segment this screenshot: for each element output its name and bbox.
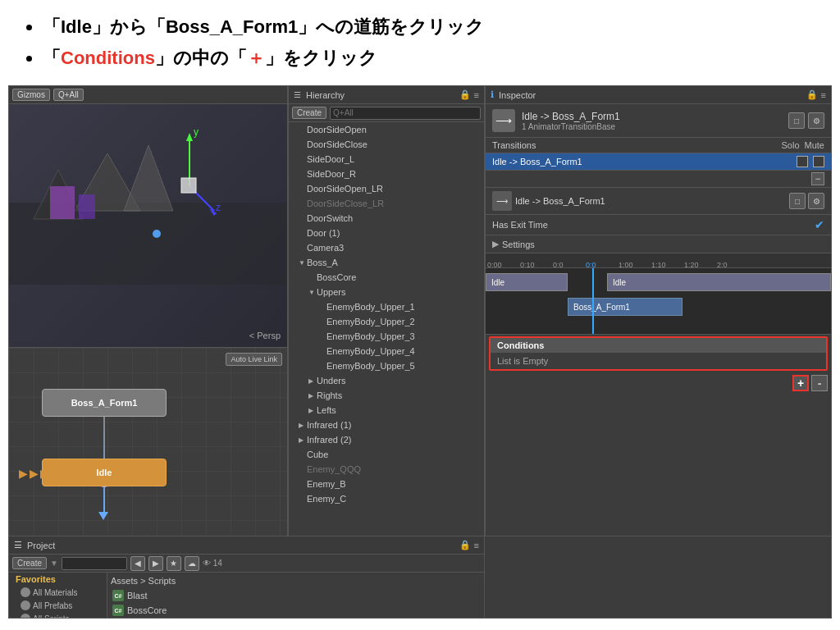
timeline-ruler: 0:00 0:10 0:0 0:0 1:00 1:10 1:20 2:0 xyxy=(486,253,831,268)
line2-prefix: 「 xyxy=(43,48,61,68)
hier-label: Cube xyxy=(307,450,328,459)
hier-item-doorswitch[interactable]: DoorSwitch xyxy=(289,211,484,226)
project-header: ☰ Project 🔒 ≡ xyxy=(9,536,484,555)
hier-item-enemy-c[interactable]: Enemy_C xyxy=(289,491,484,506)
boss-state-node[interactable]: Boss_A_Form1 xyxy=(42,389,167,417)
hier-label: EnemyBody_Upper_2 xyxy=(326,317,415,326)
fav-icon-prefabs xyxy=(21,600,30,610)
arrow-1: ▶ xyxy=(19,467,28,480)
arrow-3: ▶ xyxy=(40,467,49,480)
scene-svg: y z xyxy=(9,104,287,285)
hier-item-bosscore[interactable]: BossCore xyxy=(289,270,484,285)
hier-item-sidedoor-l[interactable]: SideDoor_L xyxy=(289,152,484,167)
all-button[interactable]: Q+All xyxy=(53,89,84,101)
breadcrumb-assets[interactable]: Assets xyxy=(111,576,138,586)
breadcrumb-scripts[interactable]: Scripts xyxy=(148,576,176,586)
boss-track-block: Boss_A_Form1 xyxy=(568,298,682,316)
hier-item-infrared1[interactable]: ▶ Infrared (1) xyxy=(289,418,484,432)
hierarchy-create-button[interactable]: Create xyxy=(292,107,326,119)
conditions-plus-button[interactable]: + xyxy=(792,375,809,391)
proj-btn-4[interactable]: ☁ xyxy=(185,556,199,571)
hier-item-unders[interactable]: ▶ Unders xyxy=(289,373,484,388)
conditions-minus-button[interactable]: - xyxy=(811,375,828,391)
detail-btn-2[interactable]: ⚙ xyxy=(808,193,824,209)
line2-suffix: 」の中の「 xyxy=(155,48,247,68)
timeline-scrubber[interactable] xyxy=(592,268,594,334)
mute-checkbox[interactable] xyxy=(813,156,824,167)
fav-item-materials[interactable]: All Materials xyxy=(9,586,107,599)
hierarchy-icon: ☰ xyxy=(294,90,301,99)
svg-marker-7 xyxy=(186,133,193,141)
fav-item-scripts[interactable]: All Scripts xyxy=(9,612,107,618)
project-search-input[interactable] xyxy=(62,557,127,570)
persp-label: < Persp xyxy=(249,331,281,340)
bottom-area: ☰ Project 🔒 ≡ Create ▼ ◀ ▶ ★ ☁ 👁 14 Favo… xyxy=(8,536,832,619)
hier-item-rights[interactable]: ▶ Rights xyxy=(289,388,484,403)
transition-minus-btn[interactable]: − xyxy=(811,172,824,185)
transition-row[interactable]: Idle -> Boss_A_Form1 xyxy=(486,153,831,171)
proj-btn-1[interactable]: ◀ xyxy=(130,556,145,571)
hier-item-sidedoor-r[interactable]: SideDoor_R xyxy=(289,167,484,181)
settings-row[interactable]: ▶ Settings xyxy=(486,235,831,253)
asset-item-bosscore[interactable]: C# BossCore xyxy=(111,604,481,617)
hier-label: DoorSideClose_LR xyxy=(307,199,384,208)
hier-label: Camera3 xyxy=(307,243,344,253)
hier-item-enemybody2[interactable]: EnemyBody_Upper_2 xyxy=(289,314,484,329)
idle-state-node[interactable]: Idle xyxy=(42,459,167,486)
detail-btn-1[interactable]: □ xyxy=(789,193,806,209)
hier-item-door1[interactable]: Door (1) xyxy=(289,226,484,240)
gizmos-button[interactable]: Gizmos xyxy=(12,89,50,101)
hier-item-enemybody4[interactable]: EnemyBody_Upper_4 xyxy=(289,344,484,358)
hier-item-enemy-b[interactable]: Enemy_B xyxy=(289,477,484,491)
hier-label: SideDoor_L xyxy=(307,154,354,164)
project-favorites: Favorites All Materials All Prefabs All … xyxy=(9,573,107,618)
connector-arrow xyxy=(98,512,108,520)
settings-label: Settings xyxy=(502,240,535,249)
project-menu-icon: ≡ xyxy=(474,541,479,550)
asset-item-blast[interactable]: C# Blast xyxy=(111,589,481,602)
hier-item-uppers[interactable]: ▼ Uppers xyxy=(289,285,484,299)
conditions-empty-label: List is Empty xyxy=(491,353,826,369)
transitions-label: Transitions xyxy=(492,140,536,150)
project-title: Project xyxy=(27,541,55,550)
has-exit-time-check[interactable]: ✔ xyxy=(815,218,824,231)
proj-btn-2[interactable]: ▶ xyxy=(148,556,163,571)
hierarchy-title: Hierarchy xyxy=(306,90,345,100)
hier-item-doorsideclose[interactable]: DoorSideClose xyxy=(289,137,484,152)
inspector-btn-2[interactable]: ⚙ xyxy=(808,112,824,129)
fav-item-prefabs[interactable]: All Prefabs xyxy=(9,599,107,612)
transition-row-label: Idle -> Boss_A_Form1 xyxy=(492,157,582,167)
timeline-tracks: Idle Idle Boss_A_Form1 xyxy=(486,268,831,334)
hier-label: DoorSideClose xyxy=(307,139,368,149)
idle-track-block-1: Idle xyxy=(486,273,568,291)
auto-live-link[interactable]: Auto Live Link xyxy=(226,353,282,366)
solo-checkbox[interactable] xyxy=(797,156,808,167)
inspector-btn-1[interactable]: □ xyxy=(788,112,805,129)
hier-item-enemybody5[interactable]: EnemyBody_Upper_5 xyxy=(289,358,484,373)
line2-highlight: Conditions xyxy=(61,48,155,68)
svg-text:z: z xyxy=(216,202,221,213)
fav-label-scripts: All Scripts xyxy=(33,614,69,619)
hier-item-camera3[interactable]: Camera3 xyxy=(289,240,484,255)
hier-item-boss-a[interactable]: ▼ Boss_A xyxy=(289,255,484,270)
hier-item-enemy-qqq[interactable]: Enemy_QQQ xyxy=(289,462,484,477)
hier-item-lefts[interactable]: ▶ Lefts xyxy=(289,403,484,418)
hier-item-doorsideopen-lr[interactable]: DoorSideOpen_LR xyxy=(289,181,484,196)
inspector-panel-icons: 🔒 ≡ xyxy=(806,89,826,100)
ruler-7: 2:0 xyxy=(717,261,728,269)
menu-icon: ≡ xyxy=(474,90,479,100)
hier-item-cube[interactable]: Cube xyxy=(289,447,484,462)
hierarchy-list[interactable]: DoorSideOpen DoorSideClose SideDoor_L Si… xyxy=(289,122,484,536)
hier-item-doorsideopen[interactable]: DoorSideOpen xyxy=(289,122,484,137)
ruler-6: 1:20 xyxy=(684,261,699,269)
hier-triangle: ▶ xyxy=(299,436,307,444)
project-create-button[interactable]: Create xyxy=(12,557,47,569)
hier-item-infrared2[interactable]: ▶ Infrared (2) xyxy=(289,432,484,447)
hier-item-enemybody1[interactable]: EnemyBody_Upper_1 xyxy=(289,299,484,314)
transition-detail: ⟶ Idle -> Boss_A_Form1 □ ⚙ xyxy=(486,188,831,215)
hierarchy-search-input[interactable] xyxy=(330,107,481,120)
breadcrumb-sep: > xyxy=(140,576,148,586)
hier-item-doorsideclose-lr[interactable]: DoorSideClose_LR xyxy=(289,196,484,211)
hier-item-enemybody3[interactable]: EnemyBody_Upper_3 xyxy=(289,329,484,344)
proj-btn-3[interactable]: ★ xyxy=(167,556,181,571)
